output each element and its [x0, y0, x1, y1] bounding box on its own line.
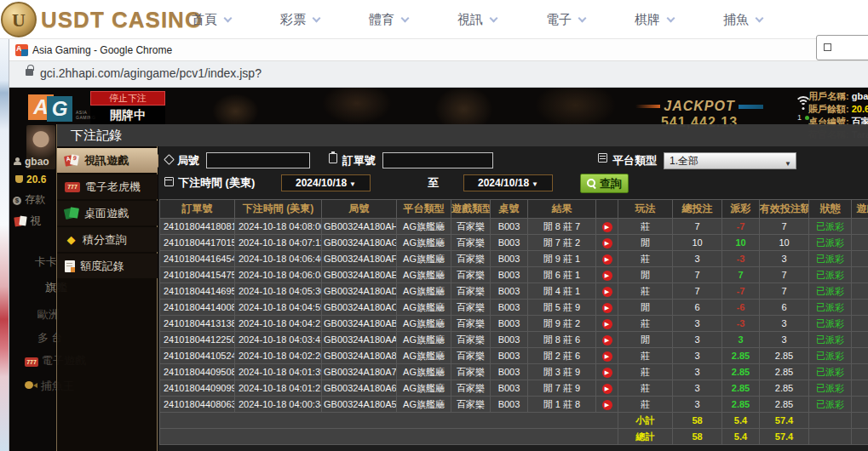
- cell-payout: -3: [722, 251, 760, 267]
- replay-icon[interactable]: ▶: [602, 384, 612, 394]
- replay-icon[interactable]: ▶: [602, 271, 612, 281]
- cell-play: 莊: [618, 380, 673, 397]
- table-row: 2410180441400872024-10-18 04:04:59GB0032…: [160, 300, 868, 316]
- cell-table: B003: [491, 219, 528, 235]
- table-row: 2410180441547542024-10-18 04:06:04GB0032…: [160, 267, 868, 283]
- subtotal-label: 小計: [618, 413, 673, 429]
- nav-item-0[interactable]: 首頁: [192, 12, 231, 28]
- bet-table-wrapper: 訂單號下注時間 (美東)局號平台類型遊戲類型桌號結果玩法總投注派彩有效投注額狀態…: [159, 199, 868, 451]
- cell-valid: 3: [760, 332, 809, 348]
- sidebar-item-2[interactable]: 桌面遊戲: [57, 201, 158, 226]
- cell-valid: 3: [760, 251, 809, 267]
- replay-icon[interactable]: ▶: [602, 335, 612, 345]
- cell-play: 莊: [618, 397, 673, 413]
- cell-game: 百家樂: [451, 283, 491, 300]
- chrome-titlebar[interactable]: A Asia Gaming - Google Chrome: [9, 39, 868, 61]
- replay-icon[interactable]: ▶: [602, 303, 612, 313]
- replay-icon[interactable]: ▶: [602, 222, 612, 232]
- cell-replay: ▶: [596, 219, 618, 235]
- order-input[interactable]: [382, 152, 493, 168]
- col-header-12: 狀態: [809, 200, 852, 219]
- cell-game: 百家樂: [451, 219, 491, 235]
- replay-icon[interactable]: ▶: [602, 238, 612, 248]
- cell-payout: 7: [722, 267, 760, 283]
- fish-icon: [25, 380, 37, 390]
- round-input[interactable]: [206, 152, 310, 168]
- platform-select[interactable]: 1.全部▼: [664, 152, 796, 169]
- cell-bet: 6: [673, 300, 722, 316]
- cell-mode: -: [852, 364, 868, 380]
- ag-logo: A G ASIA GAMING: [28, 94, 95, 122]
- cell-bet: 3: [673, 251, 722, 267]
- date-from-value: 2024/10/18: [296, 177, 347, 189]
- cell-round: GB00324A180A7: [322, 364, 397, 380]
- total-valid: 57.4: [760, 429, 809, 445]
- dealing-banner: 開牌中: [90, 106, 165, 124]
- lock-icon[interactable]: [26, 69, 33, 76]
- cell-time: 2024-10-18 04:01:39: [235, 364, 322, 380]
- cell-payout: -7: [722, 219, 760, 235]
- nav-item-5[interactable]: 棋牌: [635, 12, 674, 28]
- cell-game: 百家樂: [451, 397, 491, 413]
- replay-icon[interactable]: ▶: [602, 287, 612, 297]
- replay-icon[interactable]: ▶: [602, 400, 612, 410]
- replay-icon[interactable]: ▶: [602, 254, 612, 265]
- round-label: 局號: [177, 153, 199, 168]
- sidebar-item-3[interactable]: ◆積分查詢: [57, 227, 158, 252]
- balance-label: 賬戶餘額:: [808, 104, 849, 114]
- date-to-value: 2024/10/18: [478, 177, 529, 189]
- col-header-1: 下注時間 (美東): [235, 200, 322, 219]
- nav-item-3[interactable]: 視訊: [457, 12, 497, 28]
- date-to-picker[interactable]: 2024/10/18▼: [463, 174, 553, 191]
- table-row: 2410180441645492024-10-18 04:06:46GB0032…: [160, 251, 868, 267]
- url-text[interactable]: gci.2hhapi.com/agingame/pcv1/index.jsp?: [40, 66, 262, 80]
- query-button[interactable]: 查詢: [580, 174, 629, 193]
- bg-video-tab[interactable]: 視: [14, 214, 41, 229]
- bg-deposit[interactable]: $存款: [13, 192, 45, 207]
- cell-time: 2024-10-18 04:06:04: [235, 267, 322, 283]
- replay-icon[interactable]: ▶: [602, 319, 612, 329]
- cell-valid: 2.85: [760, 348, 809, 364]
- bg-kaka[interactable]: 卡卡: [35, 254, 57, 270]
- cell-result: 閒 6 莊 1: [528, 267, 596, 283]
- cell-order: 241018044080634: [160, 397, 235, 413]
- cell-platform: AG旗艦廳: [397, 397, 451, 413]
- col-header-10: 派彩: [722, 200, 760, 219]
- replay-icon[interactable]: ▶: [602, 351, 612, 362]
- cell-platform: AG旗艦廳: [397, 283, 451, 300]
- underlying-page-strip: [0, 39, 9, 451]
- balance-value: 20.6: [852, 104, 868, 114]
- cell-payout: 2.85: [722, 364, 760, 380]
- date-from-picker[interactable]: 2024/10/18▼: [281, 174, 371, 191]
- nav-item-1[interactable]: 彩票: [280, 12, 319, 28]
- total-status: [809, 429, 852, 445]
- chrome-urlbar[interactable]: gci.2hhapi.com/agingame/pcv1/index.jsp?: [9, 61, 868, 88]
- cell-status: 已派彩: [809, 267, 852, 283]
- cell-order: 241018044180811: [160, 219, 235, 235]
- replay-icon[interactable]: ▶: [602, 368, 612, 378]
- site-header: U USDT CASINO 首頁彩票體育視訊電子棋牌捕魚: [0, 0, 868, 39]
- cell-status: 已派彩: [809, 283, 852, 300]
- sidebar-item-0[interactable]: A9視訊遊戲: [57, 148, 158, 173]
- table-row: 2410180440909982024-10-18 04:01:21GB0032…: [160, 380, 868, 397]
- cell-replay: ▶: [596, 235, 618, 251]
- col-header-0: 訂單號: [160, 200, 235, 219]
- nav-item-2[interactable]: 體育: [369, 12, 408, 28]
- window-control-button[interactable]: [816, 35, 868, 60]
- cell-time: 2024-10-18 04:03:41: [235, 332, 322, 348]
- sidebar-item-4[interactable]: 額度記錄: [57, 254, 158, 278]
- calendar-icon: [164, 177, 174, 186]
- table-row: 2410180441052462024-10-18 04:02:26GB0032…: [160, 348, 868, 364]
- cell-round: GB00324A180AC: [322, 300, 397, 316]
- cell-platform: AG旗艦廳: [397, 300, 451, 316]
- nav-item-6[interactable]: 捕魚: [723, 12, 762, 28]
- sidebar-item-label: 桌面遊戲: [84, 206, 129, 221]
- cell-time: 2024-10-18 04:07:12: [235, 235, 322, 251]
- nav-item-label: 彩票: [280, 12, 306, 28]
- cell-round: GB00324A180A8: [322, 348, 397, 364]
- sidebar-item-1[interactable]: 777電子老虎機: [57, 174, 158, 199]
- cell-valid: 7: [760, 219, 809, 235]
- cell-platform: AG旗艦廳: [397, 316, 451, 332]
- total-mode: [852, 429, 868, 445]
- nav-item-4[interactable]: 電子: [546, 12, 585, 28]
